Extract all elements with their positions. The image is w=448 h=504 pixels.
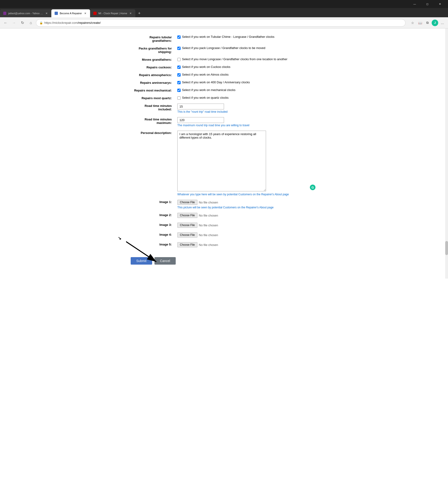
row-image3: Image 3: Choose File No file chosen: [128, 221, 320, 231]
checkbox-repairs-atmospherics[interactable]: [177, 73, 180, 76]
label-repairs-cuckoos: Repairs cuckoos:: [128, 63, 175, 71]
tab-yahoo-mail[interactable]: jatlast@yahoo.com - Yahoo Mail ✕: [0, 9, 51, 17]
hint-repairs-cuckoos: Select if you work on Cuckoo clocks: [182, 65, 230, 69]
tab-yahoo-close[interactable]: ✕: [45, 11, 48, 15]
field-repairs-tubular: Select if you work on Tubular Chime - Lo…: [175, 33, 320, 44]
choose-file-button-5[interactable]: Choose File: [177, 242, 197, 247]
hint-moves-grandfathers: Select if you move Longcase / Grandfathe…: [182, 57, 287, 61]
collections-button[interactable]: ⧉: [424, 19, 431, 26]
svg-text:↘: ↘: [118, 236, 121, 241]
file-input-row-1: Choose File No file chosen: [177, 200, 317, 205]
field-image1: Choose File No file chosen This picture …: [175, 198, 320, 211]
textarea-personal-description[interactable]: I am a horologist with 15 years of exper…: [177, 131, 266, 191]
tab-repairer-close[interactable]: ✕: [84, 11, 87, 15]
restore-button[interactable]: ◻: [422, 0, 433, 8]
tab-clock-close[interactable]: ✕: [129, 11, 132, 15]
label-image2: Image 2:: [128, 211, 175, 221]
hint-personal-description: Whatever you type here will be seen by p…: [177, 193, 317, 196]
label-personal-description: Personal description:: [128, 129, 175, 198]
checkbox-moves-grandfathers[interactable]: [177, 58, 180, 61]
hint-repairs-anniversarys: Select if you work on 400 Day / Annivers…: [182, 80, 250, 84]
row-road-time-included: Road time minutes included: This is the …: [128, 102, 320, 115]
grammarly-icon: G: [310, 185, 315, 190]
label-road-time-included: Road time minutes included:: [128, 102, 175, 115]
home-button[interactable]: ⌂: [28, 19, 34, 26]
window-controls: — ◻ ✕: [409, 0, 445, 8]
tab-clock-label: MI - Clock Repair | Home: [98, 12, 127, 15]
page-content: ↘ Repairs tubular grandfathers: Select i…: [119, 28, 329, 279]
tab-strip: jatlast@yahoo.com - Yahoo Mail ✕ Become …: [0, 8, 448, 17]
hint-packs-grandfathers: Select if you pack Longcase / Grandfathe…: [182, 46, 265, 50]
no-file-text-2: No file chosen: [199, 214, 218, 217]
hint-image1: This picture will be seen by potential C…: [177, 206, 317, 209]
field-repairs-quartz: Select if you work on quartz clocks: [175, 94, 320, 102]
star-button[interactable]: ☆: [409, 19, 416, 26]
checkbox-packs-grandfathers[interactable]: [177, 47, 180, 50]
more-button[interactable]: …: [439, 19, 446, 26]
label-road-time-maximum: Road time minutes maximum:: [128, 115, 175, 129]
label-repairs-tubular: Repairs tubular grandfathers:: [128, 33, 175, 44]
new-tab-button[interactable]: +: [135, 9, 143, 17]
scrollbar-track: [445, 28, 448, 279]
choose-file-button-4[interactable]: Choose File: [177, 233, 197, 237]
clock-favicon: [93, 12, 97, 15]
hint-repairs-quartz: Select if you work on quartz clocks: [182, 96, 228, 99]
field-repairs-anniversarys: Select if you work on 400 Day / Annivers…: [175, 79, 320, 86]
forward-button[interactable]: →: [11, 19, 17, 26]
checkbox-repairs-mechanical[interactable]: [177, 89, 180, 92]
form-table: Repairs tubular grandfathers: Select if …: [128, 33, 320, 250]
checkbox-repairs-tubular[interactable]: [177, 36, 180, 39]
file-input-row-5: Choose File No file chosen: [177, 242, 317, 247]
tab-mi-clock[interactable]: MI - Clock Repair | Home ✕: [90, 9, 135, 17]
tab-become-repairer[interactable]: Become A Repairer ✕: [51, 9, 90, 17]
row-repairs-cuckoos: Repairs cuckoos: Select if you work on C…: [128, 63, 320, 71]
back-button[interactable]: ←: [2, 19, 9, 26]
cancel-button[interactable]: Cancel: [154, 257, 176, 265]
choose-file-button-3[interactable]: Choose File: [177, 223, 197, 228]
row-repairs-mechanical: Repairs most mechanical: Select if you w…: [128, 86, 320, 94]
checkbox-repairs-anniversarys[interactable]: [177, 81, 180, 84]
no-file-text-4: No file chosen: [199, 233, 218, 237]
hint-repairs-atmospherics: Select if you work on Atmos clocks: [182, 73, 228, 76]
row-repairs-anniversarys: Repairs anniversarys: Select if you work…: [128, 79, 320, 86]
close-button[interactable]: ✕: [434, 0, 445, 8]
hint-road-time-included: This is the "rount trip" road time inclu…: [177, 110, 317, 113]
label-repairs-anniversarys: Repairs anniversarys:: [128, 79, 175, 86]
field-personal-description: I am a horologist with 15 years of exper…: [175, 129, 320, 198]
lock-icon: 🔒: [39, 21, 43, 24]
refresh-button[interactable]: ↻: [19, 19, 26, 26]
row-packs-grandfathers: Packs grandfathers for shipping: Select …: [128, 44, 320, 55]
profile-avatar[interactable]: J: [432, 19, 438, 26]
no-file-text-5: No file chosen: [199, 243, 218, 247]
hint-repairs-tubular: Select if you work on Tubular Chime - Lo…: [182, 35, 274, 38]
row-repairs-quartz: Repairs most quartz: Select if you work …: [128, 94, 320, 102]
row-image1: Image 1: Choose File No file chosen This…: [128, 198, 320, 211]
scrollbar-thumb[interactable]: [445, 241, 448, 255]
no-file-text-3: No file chosen: [199, 224, 218, 227]
input-road-time-maximum[interactable]: [177, 117, 224, 123]
label-moves-grandfathers: Moves grandfathers:: [128, 55, 175, 63]
label-image3: Image 3:: [128, 221, 175, 231]
field-repairs-atmospherics: Select if you work on Atmos clocks: [175, 71, 320, 79]
file-input-row-2: Choose File No file chosen: [177, 213, 317, 218]
row-personal-description: Personal description: I am a horologist …: [128, 129, 320, 198]
row-repairs-atmospherics: Repairs atmospherics: Select if you work…: [128, 71, 320, 79]
checkbox-repairs-cuckoos[interactable]: [177, 66, 180, 69]
file-input-row-4: Choose File No file chosen: [177, 233, 317, 237]
label-image1: Image 1:: [128, 198, 175, 211]
row-image5: Image 5: Choose File No file chosen: [128, 240, 320, 250]
address-bar[interactable]: 🔒 https://miclockrepair.com/repairers/cr…: [36, 19, 406, 27]
minimize-button[interactable]: —: [409, 0, 420, 8]
field-repairs-cuckoos: Select if you work on Cuckoo clocks: [175, 63, 320, 71]
row-image4: Image 4: Choose File No file chosen: [128, 231, 320, 240]
field-road-time-maximum: The maximum round trip road time you are…: [175, 115, 320, 129]
field-image5: Choose File No file chosen: [175, 240, 320, 250]
field-moves-grandfathers: Select if you move Longcase / Grandfathe…: [175, 55, 320, 63]
reading-list-button[interactable]: 📖: [417, 19, 423, 26]
input-road-time-included[interactable]: [177, 104, 224, 109]
choose-file-button-2[interactable]: Choose File: [177, 213, 197, 218]
checkbox-repairs-quartz[interactable]: [177, 96, 180, 100]
submit-button[interactable]: Submit: [131, 257, 152, 265]
choose-file-button-1[interactable]: Choose File: [177, 200, 197, 205]
yahoo-favicon: [3, 12, 6, 15]
